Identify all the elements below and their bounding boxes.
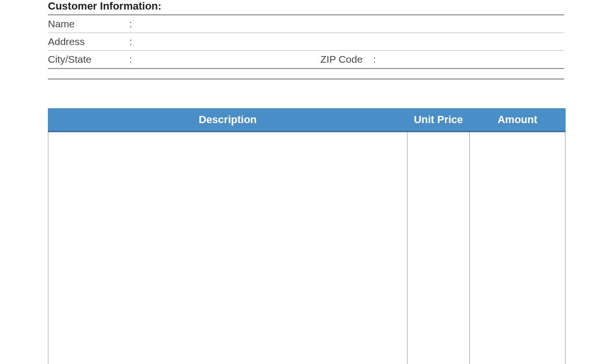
customer-info-block: Name : Address : City/State : ZIP Code :: [48, 14, 564, 69]
zip-label: ZIP Code: [320, 54, 373, 65]
cell-amount[interactable]: [470, 132, 566, 364]
section-divider: [48, 79, 564, 80]
header-description: Description: [48, 109, 408, 132]
header-unit-price: Unit Price: [408, 109, 470, 132]
city-state-row: City/State : ZIP Code :: [48, 50, 564, 68]
header-amount: Amount: [470, 109, 566, 132]
line-items-table: Description Unit Price Amount: [48, 108, 566, 364]
colon: :: [129, 54, 139, 65]
table-header-row: Description Unit Price Amount: [48, 109, 566, 132]
colon: :: [373, 54, 383, 65]
invoice-page: Customer Information: Name : Address : C…: [0, 0, 612, 364]
name-row: Name :: [48, 15, 564, 33]
customer-info-section: Customer Information: Name : Address : C…: [48, 0, 564, 69]
city-state-label: City/State: [48, 54, 129, 65]
customer-info-title: Customer Information:: [48, 0, 564, 14]
colon: :: [129, 36, 139, 47]
address-label: Address: [48, 36, 129, 47]
address-row: Address :: [48, 33, 564, 50]
cell-unit-price[interactable]: [408, 132, 470, 364]
table-row: [48, 132, 566, 364]
colon: :: [129, 18, 139, 30]
cell-description[interactable]: [48, 132, 408, 364]
name-label: Name: [48, 18, 129, 30]
